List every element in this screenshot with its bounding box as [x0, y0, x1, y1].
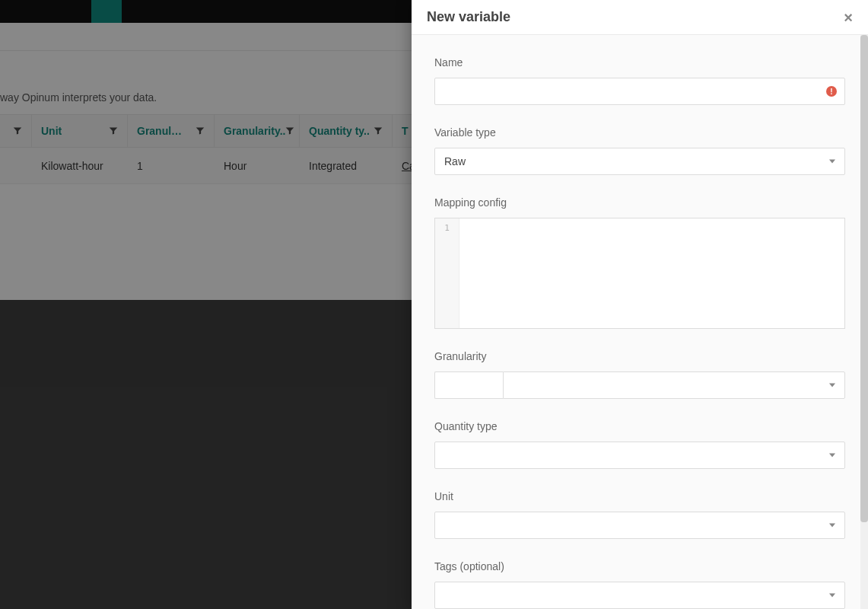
chevron-down-icon [829, 384, 835, 387]
field-quantity-type: Quantity type [434, 420, 845, 469]
variable-type-select[interactable]: Raw [434, 148, 845, 175]
chevron-down-icon [829, 594, 835, 598]
panel-body: Name ! Variable type Raw Mapping config … [412, 35, 868, 609]
variable-type-label: Variable type [434, 126, 845, 139]
chevron-down-icon [829, 160, 835, 164]
close-icon[interactable]: × [844, 10, 853, 25]
granularity-number[interactable] [444, 379, 494, 391]
chevron-down-icon [829, 524, 835, 528]
name-input[interactable] [444, 85, 835, 97]
error-glyph: ! [830, 88, 832, 96]
tags-select[interactable] [434, 582, 845, 609]
field-unit: Unit [434, 490, 845, 539]
mapping-editor[interactable]: 1 [434, 218, 845, 329]
granularity-label: Granularity [434, 350, 845, 362]
unit-label: Unit [434, 490, 845, 502]
variable-type-value: Raw [444, 155, 466, 167]
panel-scrollbar[interactable] [860, 35, 868, 609]
name-label: Name [434, 56, 845, 69]
granularity-unit-select[interactable] [503, 371, 845, 399]
quantity-type-select[interactable] [434, 442, 845, 469]
field-granularity: Granularity [434, 350, 845, 399]
new-variable-panel: New variable × Name ! Variable type Raw … [412, 0, 868, 609]
name-input-wrapper[interactable]: ! [434, 78, 845, 105]
granularity-number-input[interactable] [434, 371, 503, 399]
panel-header: New variable × [412, 0, 868, 35]
field-tags: Tags (optional) [434, 560, 845, 609]
mapping-label: Mapping config [434, 196, 845, 209]
scrollbar-thumb[interactable] [860, 35, 868, 522]
error-icon: ! [826, 86, 837, 97]
tags-label: Tags (optional) [434, 560, 845, 572]
field-name: Name ! [434, 56, 845, 105]
field-mapping-config: Mapping config 1 [434, 196, 845, 329]
chevron-down-icon [829, 454, 835, 458]
panel-title: New variable [427, 9, 510, 25]
field-variable-type: Variable type Raw [434, 126, 845, 175]
line-number: 1 [435, 223, 459, 233]
quantity-type-label: Quantity type [434, 420, 845, 432]
unit-select[interactable] [434, 512, 845, 539]
editor-gutter: 1 [435, 218, 459, 328]
editor-code[interactable] [459, 218, 844, 328]
